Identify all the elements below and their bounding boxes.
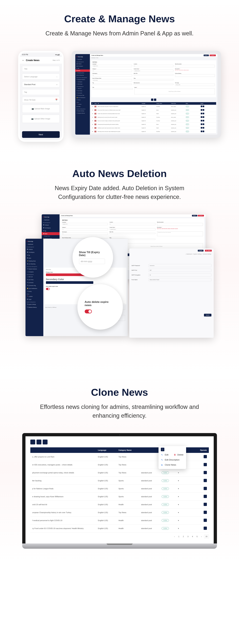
tag-input[interactable] bbox=[92, 84, 132, 85]
section-title: Clone News bbox=[6, 386, 233, 398]
og-input[interactable]: Choose File bbox=[175, 84, 215, 86]
sidebar-subcategory[interactable]: ▦ Subcategory bbox=[75, 65, 90, 67]
sidebar-dashboard[interactable]: ⌂ Dashboard bbox=[75, 58, 90, 60]
row-action[interactable] bbox=[201, 106, 202, 107]
upload-other-image[interactable]: 📷 Upload Other Image bbox=[22, 115, 60, 123]
smtp-port-input[interactable]: 587 bbox=[148, 269, 212, 272]
sidebar-news[interactable]: ▤ News bbox=[75, 70, 90, 72]
dropzone[interactable]: Drag & Drop your files or Browse bbox=[134, 88, 215, 94]
row-action[interactable] bbox=[201, 113, 202, 114]
row-action[interactable] bbox=[203, 130, 204, 132]
row-menu[interactable] bbox=[204, 495, 207, 498]
row-action[interactable] bbox=[203, 109, 204, 111]
slug-input[interactable] bbox=[134, 79, 174, 80]
menu-edit-description[interactable]: ✎Edit Description bbox=[159, 457, 186, 462]
row-menu[interactable] bbox=[204, 526, 207, 530]
key-input[interactable] bbox=[134, 84, 174, 85]
schema-input[interactable] bbox=[175, 74, 215, 77]
sidebar-live[interactable]: ◉ Live Streaming bbox=[75, 74, 90, 76]
title-input[interactable]: Title bbox=[22, 66, 60, 72]
refresh-tool[interactable] bbox=[43, 440, 47, 444]
post-type-select[interactable]: Standard Post⌄ bbox=[22, 81, 60, 87]
loc-select[interactable]: ▾ bbox=[134, 65, 174, 67]
from-name-input[interactable]: News Admin Panel bbox=[148, 278, 212, 281]
row-action[interactable] bbox=[201, 116, 202, 118]
context-menu: ⋮ ✎Edit🗑Delete ✎Edit Description ⧉Clone … bbox=[159, 446, 186, 469]
nav-next[interactable] bbox=[154, 98, 156, 101]
row-action[interactable] bbox=[203, 120, 204, 122]
sidebar-category[interactable]: ▦ Category bbox=[75, 63, 90, 65]
sidebar-roles[interactable]: ⚙ User Roles bbox=[75, 90, 90, 92]
sub-select[interactable]: ▾ bbox=[92, 74, 132, 76]
row-menu[interactable] bbox=[204, 463, 207, 466]
secondary-color-bar[interactable] bbox=[46, 281, 93, 284]
filter-tool[interactable] bbox=[36, 440, 41, 444]
lang-select[interactable]: English-US ▾ bbox=[92, 65, 132, 67]
upload-main-image[interactable]: 📷 Upload Main Image bbox=[22, 104, 60, 113]
menu-clone-news[interactable]: ⧉Clone News bbox=[159, 462, 186, 467]
row-action[interactable] bbox=[201, 109, 202, 111]
row-action[interactable] bbox=[203, 127, 204, 128]
row-menu[interactable] bbox=[204, 511, 207, 514]
row-menu[interactable] bbox=[204, 455, 207, 458]
sidebar-rss[interactable]: ⟳ RSS Feeds bbox=[75, 83, 90, 85]
row-menu[interactable] bbox=[204, 519, 207, 522]
menu-edit[interactable]: ✎Edit🗑Delete bbox=[159, 452, 186, 457]
submit-button[interactable]: Submit bbox=[204, 314, 212, 316]
sidebar: ◆News App ⌂ Dashboard News Management ▦ … bbox=[75, 54, 90, 134]
expiry-date-input[interactable]: dd-mm-yyyy bbox=[79, 259, 105, 264]
user-btn[interactable]: Hi, admin ▾ bbox=[210, 54, 216, 56]
show-till-input[interactable]: Show Till Date📅 bbox=[22, 97, 60, 103]
meta-input[interactable] bbox=[134, 74, 174, 76]
back-icon[interactable]: ← bbox=[22, 59, 25, 62]
sidebar-location[interactable]: 📍 Location bbox=[75, 103, 90, 106]
metad-input[interactable] bbox=[175, 65, 215, 68]
search-tool[interactable] bbox=[30, 440, 35, 444]
row-action[interactable] bbox=[201, 127, 202, 128]
page-next[interactable]: › bbox=[200, 535, 203, 538]
cat-select[interactable]: ▾ bbox=[92, 70, 132, 72]
admin-panel-general-settings: English Hi, admin ⌂ Dashboard > System S… bbox=[129, 248, 214, 338]
row-action[interactable] bbox=[201, 130, 202, 132]
row-action[interactable] bbox=[201, 120, 202, 122]
chevron-down-icon: ⌄ bbox=[56, 76, 58, 78]
sidebar-pages[interactable]: ▤ Pages bbox=[75, 106, 90, 108]
row-menu[interactable] bbox=[204, 487, 207, 490]
sidebar-notify[interactable]: 🔔 Send Notifications bbox=[75, 96, 90, 99]
row-menu[interactable] bbox=[204, 503, 207, 506]
smtp-enc-input[interactable]: tls bbox=[148, 274, 212, 276]
sidebar-comments[interactable]: ✉ Comments bbox=[75, 92, 90, 94]
title-input[interactable] bbox=[92, 88, 133, 90]
tag-input[interactable]: Tag bbox=[22, 89, 60, 95]
show-input[interactable]: dd-mm-yyyy bbox=[92, 79, 132, 81]
row-action[interactable] bbox=[201, 124, 202, 125]
smtp-password-input[interactable]: •••••••••••• bbox=[148, 264, 212, 267]
row-action[interactable] bbox=[203, 124, 204, 125]
sidebar-settings[interactable]: ⚙ System Settings bbox=[75, 110, 90, 112]
page-prev[interactable]: ‹ bbox=[173, 535, 176, 538]
sidebar-userlist[interactable]: ☺ User List bbox=[75, 87, 90, 90]
lang-btn[interactable]: English ▾ bbox=[204, 54, 209, 56]
sidebar-featured[interactable]: ★ Featured Sections bbox=[75, 78, 90, 81]
auto-delete-toggle[interactable] bbox=[85, 310, 92, 314]
table-row: uropean Championship history in win over… bbox=[30, 508, 209, 516]
row-action[interactable] bbox=[203, 113, 204, 114]
row-action[interactable] bbox=[203, 106, 204, 107]
sidebar-survey[interactable]: ☑ Survey bbox=[75, 99, 90, 101]
row-menu[interactable] bbox=[204, 479, 207, 482]
sidebar-tag[interactable]: ◈ Tag bbox=[75, 67, 90, 70]
language-select[interactable]: Select Language⌄ bbox=[22, 74, 60, 80]
row-menu[interactable] bbox=[204, 471, 207, 474]
sidebar-flag[interactable]: ⚑ Comments Flag bbox=[75, 94, 90, 96]
ctype-select[interactable]: standard post ▾ bbox=[134, 70, 174, 72]
menu-trigger[interactable]: ⋮ bbox=[161, 448, 164, 451]
next-button[interactable]: Next bbox=[22, 131, 60, 138]
table-row: p for Nations League finalsEnglish (US)S… bbox=[30, 485, 209, 493]
auto-delete-toggle-mini[interactable] bbox=[46, 288, 50, 290]
sidebar-ads[interactable]: ▭ Ad Spaces bbox=[75, 81, 90, 83]
row-action[interactable] bbox=[203, 116, 204, 118]
sidebar-backup[interactable]: ⛁ Database Backup bbox=[75, 112, 90, 114]
pagination: ‹ 1 2 3 4 5 › 20 bbox=[30, 532, 209, 540]
sidebar-breaking[interactable]: ⚡ Breaking News bbox=[75, 72, 90, 74]
nav-prev[interactable] bbox=[151, 98, 153, 101]
